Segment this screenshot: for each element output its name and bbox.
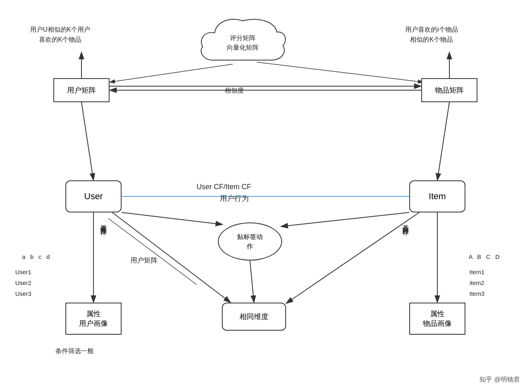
tag-action-ellipse: 贴标签动 作 — [218, 222, 282, 261]
svg-line-16 — [286, 212, 419, 303]
user-top-desc-label: 用户U相似的K个用户 喜欢的K个物品 — [30, 14, 90, 45]
svg-text:评分矩阵: 评分矩阵 — [230, 34, 256, 41]
svg-line-14 — [281, 212, 409, 226]
same-dimension-box: 相同维度 — [222, 303, 286, 331]
user-portrait-box: 属性 用户画像 — [65, 303, 122, 335]
svg-line-9 — [437, 102, 449, 180]
user-table-rows: User1 User2 User3 — [15, 256, 31, 299]
user-matrix-top-box: 用户矩阵 — [53, 78, 110, 102]
watermark: 知乎 @明镜君 — [479, 376, 520, 384]
rating-matrix-cloud: 评分矩阵 向量化矩阵 — [197, 17, 289, 63]
attr-recommend-label: 基于属性推荐 — [89, 220, 108, 224]
item-matrix-top-box: 物品矩阵 — [421, 78, 477, 102]
diagram-container: 评分矩阵 向量化矩阵 用户矩阵 物品矩阵 User Item 属性 用户画像 属… — [0, 0, 532, 392]
svg-line-8 — [81, 102, 93, 180]
item-top-desc-label: 用户喜欢的i个物品 相似的K个物品 — [405, 14, 458, 45]
condition-filter-label: 条件筛选一般 — [55, 340, 94, 356]
svg-line-7 — [257, 62, 423, 82]
item-node-box: Item — [409, 180, 465, 212]
svg-text:向量化矩阵: 向量化矩阵 — [227, 44, 259, 51]
svg-line-17 — [250, 261, 254, 303]
similarity-label: 相似度 — [225, 79, 244, 95]
user-matrix-side-label: 用户矩阵 — [130, 248, 158, 265]
svg-line-6 — [110, 64, 233, 82]
svg-line-13 — [122, 212, 223, 224]
content-recommend-label: 基于内容推荐 — [391, 220, 410, 224]
user-behavior-label: 用户行为 — [220, 185, 249, 203]
user-node-box: User — [65, 180, 122, 212]
item-table-rows: Item1 item2 Item3 — [469, 256, 485, 299]
item-portrait-box: 属性 物品画像 — [409, 303, 465, 335]
